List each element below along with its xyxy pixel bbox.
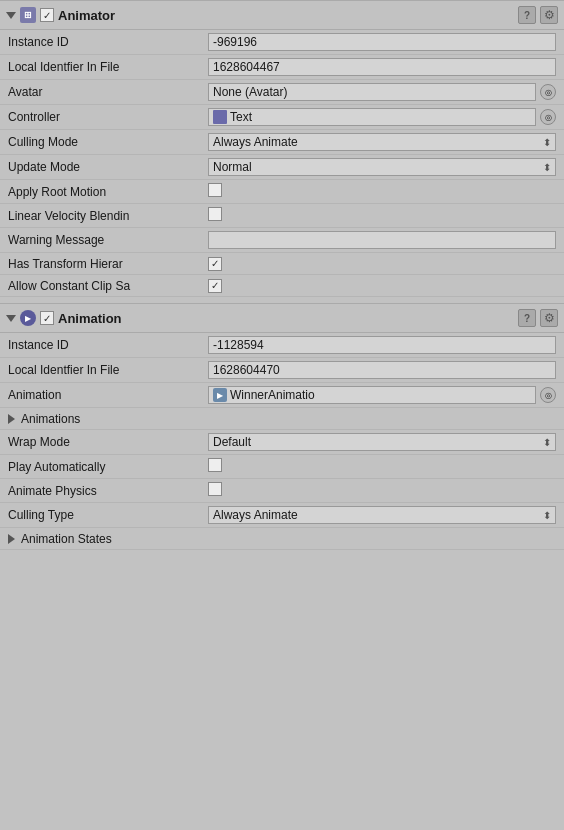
update-mode-arrow: ⬍ [543, 162, 551, 173]
animation-culling-type-value[interactable]: Always Animate ⬍ [208, 506, 556, 524]
animator-instance-id-value: -969196 [208, 33, 556, 51]
anim-states-expand-arrow[interactable] [8, 534, 15, 544]
animator-controller-text: Text [208, 108, 536, 126]
animator-warning-message-row: Warning Message [0, 228, 564, 253]
animator-local-id-row: Local Identfier In File 1628604467 [0, 55, 564, 80]
animation-states-row[interactable]: Animation States [0, 528, 564, 550]
animator-linear-velocity-value [208, 207, 556, 224]
culling-mode-arrow: ⬍ [543, 137, 551, 148]
culling-type-arrow: ⬍ [543, 510, 551, 521]
animation-wrap-mode-select[interactable]: Default ⬍ [208, 433, 556, 451]
animator-linear-velocity-row: Linear Velocity Blendin [0, 204, 564, 228]
animator-allow-constant-checkbox[interactable] [208, 279, 222, 293]
animator-title: Animator [58, 8, 514, 23]
animation-enable-checkbox[interactable] [40, 311, 54, 325]
animator-controller-row: Controller Text ◎ [0, 105, 564, 130]
animation-wrap-mode-row: Wrap Mode Default ⬍ [0, 430, 564, 455]
animation-local-id-value: 1628604470 [208, 361, 556, 379]
animator-linear-velocity-checkbox[interactable] [208, 207, 222, 221]
animation-animation-label: Animation [8, 388, 208, 402]
animator-controller-circle-button[interactable]: ◎ [540, 109, 556, 125]
animator-allow-constant-label: Allow Constant Clip Sa [8, 279, 208, 293]
animation-animate-physics-value [208, 482, 556, 499]
animation-animations-row[interactable]: Animations [0, 408, 564, 430]
animator-collapse-arrow[interactable] [6, 12, 16, 19]
animation-anim-icon: ▶ [213, 388, 227, 402]
animator-culling-mode-label: Culling Mode [8, 135, 208, 149]
animator-enable-checkbox[interactable] [40, 8, 54, 22]
animator-panel-header: ⊞ Animator ? ⚙ [0, 1, 564, 30]
animation-local-id-row: Local Identfier In File 1628604470 [0, 358, 564, 383]
animator-update-mode-value[interactable]: Normal ⬍ [208, 158, 556, 176]
animator-controller-value[interactable]: Text ◎ [208, 108, 556, 126]
animation-instance-id-text: -1128594 [208, 336, 556, 354]
animator-linear-velocity-label: Linear Velocity Blendin [8, 209, 208, 223]
animator-apply-root-checkbox[interactable] [208, 183, 222, 197]
animation-instance-id-row: Instance ID -1128594 [0, 333, 564, 358]
animator-controller-label: Controller [8, 110, 208, 124]
animation-collapse-arrow[interactable] [6, 315, 16, 322]
animation-instance-id-label: Instance ID [8, 338, 208, 352]
animator-apply-root-row: Apply Root Motion [0, 180, 564, 204]
animation-animate-physics-row: Animate Physics [0, 479, 564, 503]
animator-warning-message-value [208, 231, 556, 249]
animation-play-auto-checkbox[interactable] [208, 458, 222, 472]
animations-expand-arrow[interactable] [8, 414, 15, 424]
animation-animation-value[interactable]: ▶ WinnerAnimatio ◎ [208, 386, 556, 404]
animation-gear-button[interactable]: ⚙ [540, 309, 558, 327]
animator-culling-mode-value[interactable]: Always Animate ⬍ [208, 133, 556, 151]
animation-play-icon: ▶ [20, 310, 36, 326]
animation-title: Animation [58, 311, 514, 326]
animator-warning-message-text[interactable] [208, 231, 556, 249]
animation-local-id-text: 1628604470 [208, 361, 556, 379]
animation-animation-text: ▶ WinnerAnimatio [208, 386, 536, 404]
animator-apply-root-label: Apply Root Motion [8, 185, 208, 199]
animation-instance-id-value: -1128594 [208, 336, 556, 354]
animator-local-id-text: 1628604467 [208, 58, 556, 76]
animator-apply-root-value [208, 183, 556, 200]
animator-avatar-circle-button[interactable]: ◎ [540, 84, 556, 100]
animator-grid-icon: ⊞ [20, 7, 36, 23]
wrap-mode-arrow: ⬍ [543, 437, 551, 448]
animator-update-mode-label: Update Mode [8, 160, 208, 174]
animation-animate-physics-checkbox[interactable] [208, 482, 222, 496]
animation-help-button[interactable]: ? [518, 309, 536, 327]
controller-grid-icon [213, 110, 227, 124]
animator-has-transform-checkbox[interactable] [208, 257, 222, 271]
animation-play-auto-label: Play Automatically [8, 460, 208, 474]
animator-update-mode-select[interactable]: Normal ⬍ [208, 158, 556, 176]
animator-avatar-value[interactable]: None (Avatar) ◎ [208, 83, 556, 101]
animation-panel: ▶ Animation ? ⚙ Instance ID -1128594 Loc… [0, 303, 564, 550]
animation-wrap-mode-value[interactable]: Default ⬍ [208, 433, 556, 451]
animator-culling-mode-row: Culling Mode Always Animate ⬍ [0, 130, 564, 155]
animation-animation-circle-button[interactable]: ◎ [540, 387, 556, 403]
animator-instance-id-row: Instance ID -969196 [0, 30, 564, 55]
animation-animate-physics-label: Animate Physics [8, 484, 208, 498]
animator-has-transform-label: Has Transform Hierar [8, 257, 208, 271]
animator-local-id-label: Local Identfier In File [8, 60, 208, 74]
animation-culling-type-select[interactable]: Always Animate ⬍ [208, 506, 556, 524]
animation-play-auto-value [208, 458, 556, 475]
animation-wrap-mode-label: Wrap Mode [8, 435, 208, 449]
animator-gear-button[interactable]: ⚙ [540, 6, 558, 24]
animations-label: Animations [21, 412, 80, 426]
animator-instance-id-text: -969196 [208, 33, 556, 51]
animator-avatar-text: None (Avatar) [208, 83, 536, 101]
animation-animation-row: Animation ▶ WinnerAnimatio ◎ [0, 383, 564, 408]
animator-update-mode-row: Update Mode Normal ⬍ [0, 155, 564, 180]
animator-allow-constant-value [208, 278, 556, 293]
animator-has-transform-row: Has Transform Hierar [0, 253, 564, 275]
animator-allow-constant-row: Allow Constant Clip Sa [0, 275, 564, 297]
animator-warning-message-label: Warning Message [8, 233, 208, 247]
animation-play-auto-row: Play Automatically [0, 455, 564, 479]
anim-states-label: Animation States [21, 532, 112, 546]
animator-instance-id-label: Instance ID [8, 35, 208, 49]
animation-panel-header: ▶ Animation ? ⚙ [0, 304, 564, 333]
animator-avatar-label: Avatar [8, 85, 208, 99]
animation-culling-type-label: Culling Type [8, 508, 208, 522]
animation-culling-type-row: Culling Type Always Animate ⬍ [0, 503, 564, 528]
animator-has-transform-value [208, 256, 556, 271]
animator-help-button[interactable]: ? [518, 6, 536, 24]
animator-avatar-row: Avatar None (Avatar) ◎ [0, 80, 564, 105]
animator-culling-mode-select[interactable]: Always Animate ⬍ [208, 133, 556, 151]
